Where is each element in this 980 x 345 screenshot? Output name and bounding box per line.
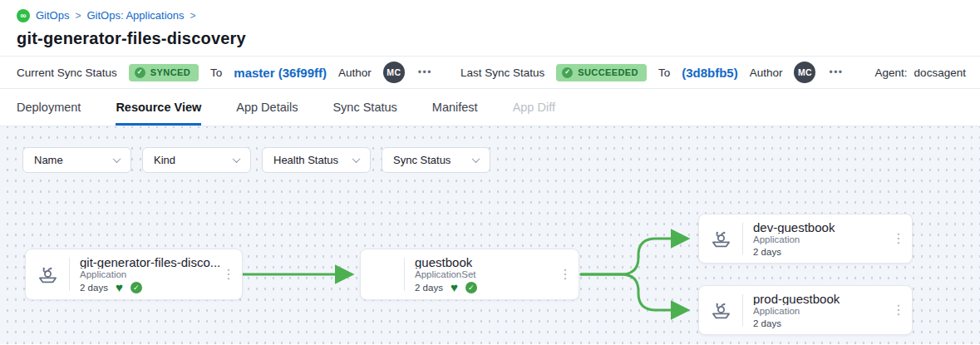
node-icon-column [26,258,70,291]
current-sync-group: Current Sync Status ✓ SYNCED To master (… [17,62,434,83]
tab-app-diff: App Diff [513,89,555,126]
graph-node-prod-guestbook[interactable]: prod-guestbook Application 2 days ⋮ [698,285,913,335]
tab-bar: Deployment Resource View App Details Syn… [0,89,980,126]
node-meta: 2 days ♥ ✓ [415,282,559,293]
node-meta: 2 days [753,247,892,257]
breadcrumb-link-applications[interactable]: GitOps: Applications [86,9,184,22]
node-meta: 2 days ♥ ✓ [80,282,222,293]
current-author-avatar[interactable]: MC [383,62,405,83]
gitops-logo-icon: ∞ [17,9,30,22]
current-revision-link[interactable]: master (36f99ff) [234,66,327,80]
node-title: dev-guestbook [753,220,892,234]
succeeded-badge-label: SUCCEEDED [578,67,638,77]
tab-resource-view[interactable]: Resource View [116,89,201,126]
chevron-down-icon [352,155,361,163]
current-sync-label: Current Sync Status [17,67,117,79]
agent-group: Agent: docsagent [875,67,966,79]
last-sync-label: Last Sync Status [460,67,544,79]
last-to-label: To [658,67,670,79]
argo-application-icon [37,264,59,286]
graph-node-guestbook[interactable]: guestbook ApplicationSet 2 days ♥ ✓ ⋮ [360,249,579,300]
breadcrumb-separator: > [75,10,81,22]
filter-health-status-label: Health Status [273,154,338,166]
health-heart-icon: ♥ [451,283,458,293]
last-revision-link[interactable]: (3d8bfb5) [682,66,738,80]
graph-node-git-generator-files-discovery[interactable]: git-generator-files-disco... Application… [25,249,243,300]
synced-badge-label: SYNCED [150,67,190,77]
argo-application-icon [710,228,732,250]
filter-sync-status-label: Sync Status [393,154,451,166]
node-kebab-menu-icon[interactable]: ⋮ [892,232,905,245]
node-body: git-generator-files-disco... Application… [70,249,242,299]
node-age: 2 days [80,283,108,293]
last-author-avatar[interactable]: MC [794,62,815,83]
filter-name-dropdown[interactable]: Name [22,147,131,173]
node-age: 2 days [415,283,443,293]
tab-app-details[interactable]: App Details [236,89,298,126]
synced-check-icon: ✓ [131,282,142,293]
health-heart-icon: ♥ [116,283,123,293]
filter-bar: Name Kind Health Status Sync Status [22,147,490,173]
tab-manifest[interactable]: Manifest [432,89,478,126]
sync-status-bar: Current Sync Status ✓ SYNCED To master (… [0,56,980,89]
succeeded-badge: ✓ SUCCEEDED [556,64,647,81]
synced-check-icon: ✓ [465,282,477,293]
node-kind: Application [80,269,222,279]
agent-value: docsagent [914,67,966,79]
resource-graph-canvas[interactable]: Name Kind Health Status Sync Status [0,126,980,344]
node-meta: 2 days [753,318,892,328]
page-header: ∞ GitOps > GitOps: Applications > git-ge… [0,0,980,56]
node-title: prod-guestbook [753,292,892,305]
current-more-menu-icon[interactable]: ••• [416,67,434,78]
node-title: guestbook [415,255,559,269]
check-circle-icon: ✓ [135,67,145,78]
node-body: dev-guestbook Application 2 days [743,214,912,263]
breadcrumb-link-gitops[interactable]: GitOps [36,9,69,22]
breadcrumb-separator: > [190,10,196,22]
breadcrumb: ∞ GitOps > GitOps: Applications > [17,8,963,22]
node-kebab-menu-icon[interactable]: ⋮ [892,303,905,317]
node-icon-column [699,223,743,254]
agent-label: Agent: [875,67,908,79]
node-icon-column [699,294,743,326]
node-kebab-menu-icon[interactable]: ⋮ [222,268,235,281]
last-more-menu-icon[interactable]: ••• [827,67,845,78]
node-kebab-menu-icon[interactable]: ⋮ [559,268,572,281]
chevron-down-icon [472,155,480,163]
chevron-down-icon [113,155,121,163]
graph-node-dev-guestbook[interactable]: dev-guestbook Application 2 days ⋮ [698,214,913,264]
filter-sync-status-dropdown[interactable]: Sync Status [382,147,490,173]
current-to-label: To [210,67,222,79]
node-body: prod-guestbook Application 2 days [743,286,912,334]
page-title: git-generator-files-discovery [17,29,963,48]
synced-badge: ✓ SYNCED [129,64,199,81]
current-author-label: Author [338,67,372,79]
node-kind: Application [753,234,892,244]
filter-kind-label: Kind [154,154,175,166]
tab-sync-status[interactable]: Sync Status [332,89,396,126]
filter-health-status-dropdown[interactable]: Health Status [262,147,371,173]
argo-application-icon [710,299,732,322]
tab-deployment[interactable]: Deployment [17,89,81,126]
node-age: 2 days [753,318,781,328]
node-body: guestbook ApplicationSet 2 days ♥ ✓ [405,249,579,299]
node-kind: ApplicationSet [415,269,559,279]
node-icon-column [361,258,405,291]
node-kind: Application [753,306,892,316]
chevron-down-icon [233,155,241,163]
node-title: git-generator-files-disco... [80,255,222,269]
last-author-label: Author [750,67,783,79]
filter-name-label: Name [34,154,63,166]
last-sync-group: Last Sync Status ✓ SUCCEEDED To (3d8bfb5… [460,62,845,83]
node-age: 2 days [753,247,781,257]
filter-kind-dropdown[interactable]: Kind [142,147,251,173]
check-circle-icon: ✓ [562,67,573,78]
